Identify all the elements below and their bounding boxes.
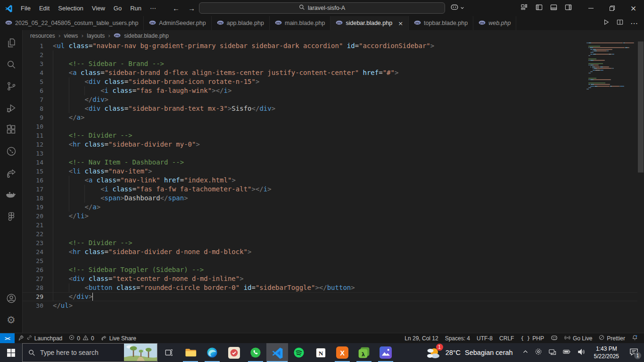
remote-indicator[interactable]: >< [0,333,15,343]
command-center-search[interactable]: laravel-sisfo-A [199,2,445,14]
menu-more[interactable]: ⋯ [146,3,160,14]
code-line[interactable]: 11 <!-- Divider --> [23,131,637,140]
tray-chevron-up-icon[interactable] [522,348,528,357]
code-line[interactable]: 27 <div class="text-center d-none d-md-i… [23,274,637,283]
taskbar-app-file-explorer-icon[interactable] [180,343,201,362]
breadcrumb-file[interactable]: sidebar.blade.php [124,33,169,39]
code-line[interactable]: 14 <!-- Nav Item - Dashboard --> [23,158,637,167]
cursor-position[interactable]: Ln 29, Col 12 [401,333,441,343]
run-debug-icon[interactable] [0,97,23,119]
taskbar-app-edge-icon[interactable] [201,343,223,362]
taskbar-app-xampp-icon[interactable]: X [331,343,353,362]
code-line[interactable]: 25 [23,256,637,265]
taskbar-app-vscode-icon[interactable] [266,343,288,362]
tab-main-blade-php[interactable]: phpmain.blade.php [270,16,330,30]
copilot-status[interactable] [547,333,561,343]
search-sidebar-icon[interactable] [0,54,23,75]
live-share-activity-icon[interactable] [0,162,23,184]
weather-widget[interactable]: 1 28°C Sebagian cerah [421,345,518,360]
code-line[interactable]: 23 <!-- Divider --> [23,239,637,247]
taskbar-app-cmder-icon[interactable]: λ [353,343,375,362]
menu-edit[interactable]: Edit [35,3,54,14]
code-line[interactable]: 18 <span>Dashboard</span> [23,194,637,203]
close-button[interactable]: × [623,0,644,16]
taskbar-app-whatsapp-icon[interactable] [245,343,266,362]
eol-sequence[interactable]: CRLF [496,333,517,343]
tab-sidebar-blade-php[interactable]: phpsidebar.blade.php× [330,16,409,30]
toggle-sidebar-icon[interactable] [536,4,543,12]
code-line[interactable]: 29 </div> [23,292,637,301]
extensions-icon[interactable] [0,119,23,140]
tab-topbar-blade-php[interactable]: phptopbar.blade.php [409,16,473,30]
editor-more-actions-icon[interactable]: ⋯ [630,19,638,28]
go-live-status[interactable]: Go Live [561,333,595,343]
code-line[interactable]: 12 <hr class="sidebar-divider my-0"> [23,140,637,149]
editor-scrollbar[interactable] [637,41,644,333]
indentation[interactable]: Spaces: 4 [442,333,473,343]
prettier-status[interactable]: Prettier [595,333,628,343]
code-line[interactable]: 30</ul> [23,301,637,310]
clock[interactable]: 1:43 PM 5/22/2025 [590,345,623,360]
tab-web-php[interactable]: phpweb.php [473,16,516,30]
meet-now-icon[interactable] [535,348,542,357]
code-line[interactable]: 16 <a class="nav-link" href="index.html"… [23,176,637,185]
live-share-status[interactable]: Live Share [98,333,140,343]
minimize-button[interactable] [580,0,602,16]
breadcrumb-item-layouts[interactable]: layouts [87,33,105,39]
minimap[interactable] [586,42,636,90]
code-line[interactable]: 3 <!-- Sidebar - Brand --> [23,59,637,68]
code-line[interactable]: 21 [23,221,637,230]
explorer-icon[interactable] [0,32,23,54]
code-line[interactable]: 6 <i class="fas fa-laugh-wink"></i> [23,86,637,95]
tab-app-blade-php[interactable]: phpapp.blade.php [212,16,270,30]
language-mode[interactable]: { }PHP [517,333,547,343]
toggle-secondary-sidebar-icon[interactable] [565,4,572,12]
run-php-icon[interactable] [603,19,610,27]
problems-status[interactable]: 0 0 [66,333,97,343]
close-tab-icon[interactable]: × [398,20,403,27]
nav-forward-icon[interactable]: → [188,4,195,12]
docker-icon[interactable] [0,184,23,206]
tab-2025-05-22-045805-costum-table-users-php[interactable]: php2025_05_22_045805_costum_table_users.… [0,16,144,30]
restore-button[interactable] [602,0,623,16]
code-line[interactable]: 9 </a> [23,113,637,122]
account-icon[interactable] [0,288,23,309]
menu-go[interactable]: Go [109,3,126,14]
code-line[interactable]: 10 [23,122,637,131]
code-line[interactable]: 8 <div class="sidebar-brand-text mx-3">S… [23,104,637,113]
menu-selection[interactable]: Selection [54,3,87,14]
code-line[interactable]: 26 <!-- Sidebar Toggler (Sidebar) --> [23,265,637,274]
task-view-button[interactable] [157,343,180,362]
menu-file[interactable]: File [17,3,35,14]
battery-icon[interactable] [562,347,571,358]
code-line[interactable]: 15 <li class="nav-item"> [23,167,637,176]
action-center-button[interactable]: 1 [623,343,644,362]
code-line[interactable]: 13 [23,149,637,158]
scrollbar-thumb[interactable] [638,41,644,173]
source-control-icon[interactable] [0,75,23,97]
volume-icon[interactable] [577,348,585,358]
nav-back-icon[interactable]: ← [173,4,180,12]
breadcrumb[interactable]: resources›views›layouts›phpsidebar.blade… [23,30,644,41]
launchpad-status[interactable]: Launchpad [15,333,66,343]
start-button[interactable] [0,343,22,362]
code-line[interactable]: 24 <hr class="sidebar-divider d-none d-m… [23,247,637,256]
code-line[interactable]: 28 <button class="rounded-circle border-… [23,283,637,292]
encoding[interactable]: UTF-8 [473,333,496,343]
notifications-bell[interactable] [628,333,641,343]
code-line[interactable]: 5 <div class="sidebar-brand-icon rotate-… [23,77,637,86]
code-line[interactable]: 19 </a> [23,203,637,212]
code-editor[interactable]: 1<ul class="navbar-nav bg-gradient-prima… [23,41,644,333]
code-line[interactable]: 17 <i class="fas fa-fw fa-tachometer-alt… [23,185,637,194]
customize-layout-icon[interactable] [521,4,528,12]
taskbar-app-spotify-icon[interactable] [288,343,310,362]
code-line[interactable]: 7 </div> [23,95,637,104]
code-line[interactable]: 20 </li> [23,212,637,221]
network-icon[interactable] [548,348,556,358]
menu-view[interactable]: View [88,3,109,14]
code-line[interactable]: 1<ul class="navbar-nav bg-gradient-prima… [23,41,637,50]
copilot-menu[interactable] [450,3,464,13]
code-line[interactable]: 4 <a class="sidebar-brand d-flex align-i… [23,68,637,77]
settings-gear-icon[interactable]: ⚙ [0,309,23,331]
taskbar-app-photos-icon[interactable] [375,343,396,362]
